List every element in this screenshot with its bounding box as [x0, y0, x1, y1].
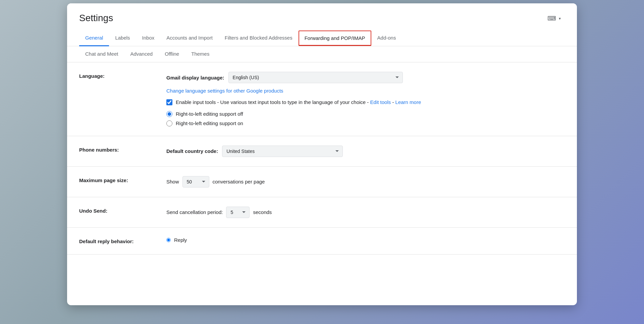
rtl-radio-group: Right-to-left editing support off Right-…	[166, 111, 565, 126]
show-row: Show 10 15 20 25 50 100 conversations pe…	[166, 176, 565, 187]
undo-send-section: Undo Send: Send cancellation period: 5 1…	[67, 197, 577, 228]
language-select-row: Gmail display language: English (US) Eng…	[166, 72, 565, 83]
phone-numbers-content: Default country code: United States Unit…	[166, 146, 565, 157]
tab-advanced[interactable]: Advanced	[124, 46, 159, 62]
change-language-link-row: Change language settings for other Googl…	[166, 88, 565, 94]
settings-window: Settings ⌨ ▼ GeneralLabelsInboxAccounts …	[67, 3, 577, 305]
tab-forwarding-pop-imap[interactable]: Forwarding and POP/IMAP	[299, 31, 371, 46]
change-language-link[interactable]: Change language settings for other Googl…	[166, 88, 283, 94]
keyboard-button[interactable]: ⌨ ▼	[544, 13, 565, 24]
rtl-off-radio[interactable]	[166, 111, 172, 117]
tab-offline[interactable]: Offline	[159, 46, 185, 62]
seconds-label: seconds	[253, 209, 272, 215]
tab-add-ons[interactable]: Add-ons	[371, 30, 402, 46]
tab-filters-blocked[interactable]: Filters and Blocked Addresses	[219, 30, 299, 46]
reply-radio[interactable]	[166, 238, 171, 242]
max-page-size-label: Maximum page size:	[79, 176, 166, 183]
rtl-off-row: Right-to-left editing support off	[166, 111, 565, 117]
enable-input-tools-checkbox[interactable]	[166, 99, 172, 105]
reply-row: Reply	[166, 237, 565, 243]
country-code-select[interactable]: United States United Kingdom Canada Aust…	[222, 146, 343, 157]
show-label: Show	[166, 179, 179, 184]
phone-numbers-label: Phone numbers:	[79, 146, 166, 153]
default-reply-label: Default reply behavior:	[79, 237, 166, 244]
enable-input-tools-label: Enable input tools - Use various text in…	[176, 99, 421, 106]
conversations-per-page-label: conversations per page	[213, 179, 265, 184]
country-code-row: Default country code: United States Unit…	[166, 146, 565, 157]
title-bar: Settings	[67, 3, 577, 23]
chevron-down-icon: ▼	[558, 17, 561, 20]
max-page-size-content: Show 10 15 20 25 50 100 conversations pe…	[166, 176, 565, 187]
tab-themes[interactable]: Themes	[185, 46, 215, 62]
language-section: Language: Gmail display language: Englis…	[67, 62, 577, 136]
default-reply-content: Reply	[166, 237, 565, 243]
rtl-on-label: Right-to-left editing support on	[176, 120, 243, 126]
language-label: Language:	[79, 72, 166, 79]
settings-content: Language: Gmail display language: Englis…	[67, 62, 577, 255]
keyboard-icon: ⌨	[547, 15, 556, 22]
tab-chat-meet[interactable]: Chat and Meet	[79, 46, 124, 62]
tabs-row-1: GeneralLabelsInboxAccounts and ImportFil…	[67, 30, 577, 46]
header-area: Settings ⌨ ▼ GeneralLabelsInboxAccounts …	[67, 3, 577, 62]
max-page-size-section: Maximum page size: Show 10 15 20 25 50 1…	[67, 167, 577, 197]
gmail-display-language-label: Gmail display language:	[166, 75, 224, 80]
rtl-on-row: Right-to-left editing support on	[166, 120, 565, 126]
tab-accounts-import[interactable]: Accounts and Import	[160, 30, 219, 46]
enable-input-tools-row: Enable input tools - Use various text in…	[166, 99, 565, 106]
tabs-row-2: Chat and MeetAdvancedOfflineThemes	[67, 46, 577, 62]
rtl-on-radio[interactable]	[166, 120, 172, 126]
tab-general[interactable]: General	[79, 30, 109, 46]
cancellation-period-select[interactable]: 5 10 20 30	[226, 207, 250, 218]
send-cancel-row: Send cancellation period: 5 10 20 30 sec…	[166, 207, 565, 218]
learn-more-link[interactable]: Learn more	[395, 99, 421, 105]
reply-label: Reply	[174, 237, 187, 243]
tab-labels[interactable]: Labels	[109, 30, 136, 46]
default-reply-section: Default reply behavior: Reply	[67, 228, 577, 255]
language-content: Gmail display language: English (US) Eng…	[166, 72, 565, 126]
default-country-code-label: Default country code:	[166, 148, 218, 154]
undo-send-label: Undo Send:	[79, 207, 166, 214]
tab-inbox[interactable]: Inbox	[136, 30, 161, 46]
page-title: Settings	[79, 13, 565, 23]
edit-tools-link[interactable]: Edit tools	[370, 99, 391, 105]
page-size-select[interactable]: 10 15 20 25 50 100	[182, 176, 209, 187]
send-cancellation-label: Send cancellation period:	[166, 209, 223, 215]
undo-send-content: Send cancellation period: 5 10 20 30 sec…	[166, 207, 565, 218]
gmail-language-select[interactable]: English (US) English (UK) Español França…	[228, 72, 403, 83]
rtl-off-label: Right-to-left editing support off	[176, 111, 243, 117]
phone-numbers-section: Phone numbers: Default country code: Uni…	[67, 136, 577, 167]
